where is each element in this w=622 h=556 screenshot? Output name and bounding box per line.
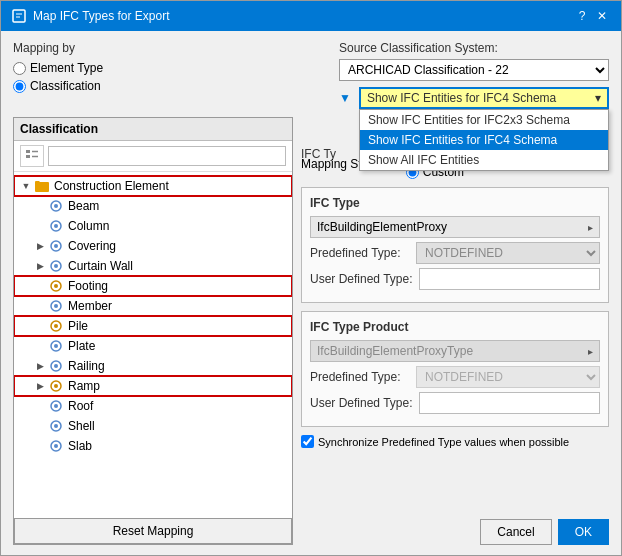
mapping-by-label: Mapping by bbox=[13, 41, 103, 55]
filter-dropdown-button[interactable]: Show IFC Entities for IFC4 Schema ▾ bbox=[359, 87, 609, 109]
ifc-type-product-field-row: IfcBuildingElementProxyType ▸ bbox=[310, 340, 600, 362]
svg-point-26 bbox=[54, 384, 58, 388]
expander-railing[interactable]: ▶ bbox=[34, 360, 46, 372]
title-bar-controls: ? ✕ bbox=[573, 7, 611, 25]
expander-plate bbox=[34, 340, 46, 352]
ok-button[interactable]: OK bbox=[558, 519, 609, 545]
filter-dropdown-container: Show IFC Entities for IFC4 Schema ▾ Show… bbox=[359, 87, 609, 109]
search-input[interactable] bbox=[48, 146, 286, 166]
tree-item-shell[interactable]: Shell bbox=[14, 416, 292, 436]
tree-item-covering[interactable]: ▶ Covering bbox=[14, 236, 292, 256]
tree-item-beam[interactable]: Beam bbox=[14, 196, 292, 216]
close-button[interactable]: ✕ bbox=[593, 7, 611, 25]
filter-option-ifc4[interactable]: Show IFC Entities for IFC4 Schema bbox=[360, 130, 608, 150]
user-defined-type-input[interactable] bbox=[419, 268, 601, 290]
svg-point-32 bbox=[54, 444, 58, 448]
element-icon-slab bbox=[48, 438, 64, 454]
tree-label-member: Member bbox=[68, 299, 112, 313]
tree-item-column[interactable]: Column bbox=[14, 216, 292, 236]
tree-icon bbox=[25, 148, 39, 162]
element-icon-railing bbox=[48, 358, 64, 374]
svg-point-24 bbox=[54, 364, 58, 368]
tree-item-slab[interactable]: Slab bbox=[14, 436, 292, 456]
tree-item-ramp[interactable]: ▶ Ramp bbox=[14, 376, 292, 396]
user-defined-type2-input[interactable] bbox=[419, 392, 601, 414]
element-icon-pile bbox=[48, 318, 64, 334]
tree-item-roof[interactable]: Roof bbox=[14, 396, 292, 416]
tree-label-shell: Shell bbox=[68, 419, 95, 433]
ifc-type-product-value[interactable]: IfcBuildingElementProxyType ▸ bbox=[310, 340, 600, 362]
ifc-type-value[interactable]: IfcBuildingElementProxy ▸ bbox=[310, 216, 600, 238]
help-button[interactable]: ? bbox=[573, 7, 591, 25]
predefined-type2-select[interactable]: NOTDEFINED bbox=[416, 366, 600, 388]
filter-option-all[interactable]: Show All IFC Entities bbox=[360, 150, 608, 170]
predefined-type2-row: Predefined Type: NOTDEFINED bbox=[310, 366, 600, 388]
right-panel: IFC Ty Mapping Status: by Parent Custom bbox=[301, 117, 609, 545]
user-defined-type-row: User Defined Type: bbox=[310, 268, 600, 290]
tree-item-plate[interactable]: Plate bbox=[14, 336, 292, 356]
filter-dropdown-selected: Show IFC Entities for IFC4 Schema bbox=[367, 91, 556, 105]
tree-label-covering: Covering bbox=[68, 239, 116, 253]
svg-point-20 bbox=[54, 324, 58, 328]
search-row bbox=[14, 141, 292, 172]
expander-curtain-wall[interactable]: ▶ bbox=[34, 260, 46, 272]
radio-classification-label: Classification bbox=[30, 79, 101, 93]
sync-checkbox[interactable] bbox=[301, 435, 314, 448]
tree-label-roof: Roof bbox=[68, 399, 93, 413]
sync-label: Synchronize Predefined Type values when … bbox=[318, 436, 569, 448]
map-ifc-types-dialog: Map IFC Types for Export ? ✕ Mapping by … bbox=[0, 0, 622, 556]
expander-construction-element[interactable]: ▼ bbox=[20, 180, 32, 192]
ifc-type-product-text: IfcBuildingElementProxyType bbox=[317, 344, 473, 358]
button-row: Cancel OK bbox=[301, 519, 609, 545]
svg-point-16 bbox=[54, 284, 58, 288]
tree-item-construction-element[interactable]: ▼ Construction Element bbox=[14, 176, 292, 196]
tree-item-curtain-wall[interactable]: ▶ Curtain Wall bbox=[14, 256, 292, 276]
radio-classification[interactable]: Classification bbox=[13, 79, 103, 93]
svg-point-18 bbox=[54, 304, 58, 308]
classification-panel-header: Classification bbox=[14, 118, 292, 141]
svg-point-30 bbox=[54, 424, 58, 428]
radio-element-type[interactable]: Element Type bbox=[13, 61, 103, 75]
filter-icon: ▼ bbox=[339, 91, 351, 105]
user-defined-type2-row: User Defined Type: bbox=[310, 392, 600, 414]
top-section: Mapping by Element Type Classification S… bbox=[13, 41, 609, 109]
tree-item-footing[interactable]: Footing bbox=[14, 276, 292, 296]
expander-ramp[interactable]: ▶ bbox=[34, 380, 46, 392]
tree-item-pile[interactable]: Pile bbox=[14, 316, 292, 336]
svg-point-28 bbox=[54, 404, 58, 408]
element-icon-plate bbox=[48, 338, 64, 354]
expander-pile bbox=[34, 320, 46, 332]
svg-point-10 bbox=[54, 224, 58, 228]
mapping-radio-group: Element Type Classification bbox=[13, 61, 103, 93]
expander-column bbox=[34, 220, 46, 232]
ifc-type-text: IfcBuildingElementProxy bbox=[317, 220, 447, 234]
radio-classification-input[interactable] bbox=[13, 80, 26, 93]
tree-area: ▼ Construction Element Beam bbox=[14, 172, 292, 514]
user-defined-type-label: User Defined Type: bbox=[310, 272, 413, 286]
dialog-icon bbox=[11, 8, 27, 24]
tree-label-plate: Plate bbox=[68, 339, 95, 353]
reset-mapping-button[interactable]: Reset Mapping bbox=[14, 518, 292, 544]
cancel-button[interactable]: Cancel bbox=[480, 519, 551, 545]
element-icon-covering bbox=[48, 238, 64, 254]
tree-label-column: Column bbox=[68, 219, 109, 233]
radio-element-type-label: Element Type bbox=[30, 61, 103, 75]
ifc-type-product-chevron: ▸ bbox=[588, 346, 593, 357]
source-select[interactable]: ARCHICAD Classification - 22 bbox=[339, 59, 609, 81]
expander-roof bbox=[34, 400, 46, 412]
tree-item-member[interactable]: Member bbox=[14, 296, 292, 316]
radio-element-type-input[interactable] bbox=[13, 62, 26, 75]
filter-option-ifc2x3[interactable]: Show IFC Entities for IFC2x3 Schema bbox=[360, 110, 608, 130]
sync-checkbox-row[interactable]: Synchronize Predefined Type values when … bbox=[301, 435, 609, 448]
tree-label-pile: Pile bbox=[68, 319, 88, 333]
predefined-type-select[interactable]: NOTDEFINED bbox=[416, 242, 600, 264]
tree-item-railing[interactable]: ▶ Railing bbox=[14, 356, 292, 376]
user-defined-type2-label: User Defined Type: bbox=[310, 396, 413, 410]
tree-view-button[interactable] bbox=[20, 145, 44, 167]
expander-covering[interactable]: ▶ bbox=[34, 240, 46, 252]
tree-label-construction-element: Construction Element bbox=[54, 179, 169, 193]
ifc-type-section-title: IFC Type bbox=[310, 196, 600, 210]
expander-footing bbox=[34, 280, 46, 292]
ifc-type-product-section: IFC Type Product IfcBuildingElementProxy… bbox=[301, 311, 609, 427]
predefined-type-label: Predefined Type: bbox=[310, 246, 410, 260]
